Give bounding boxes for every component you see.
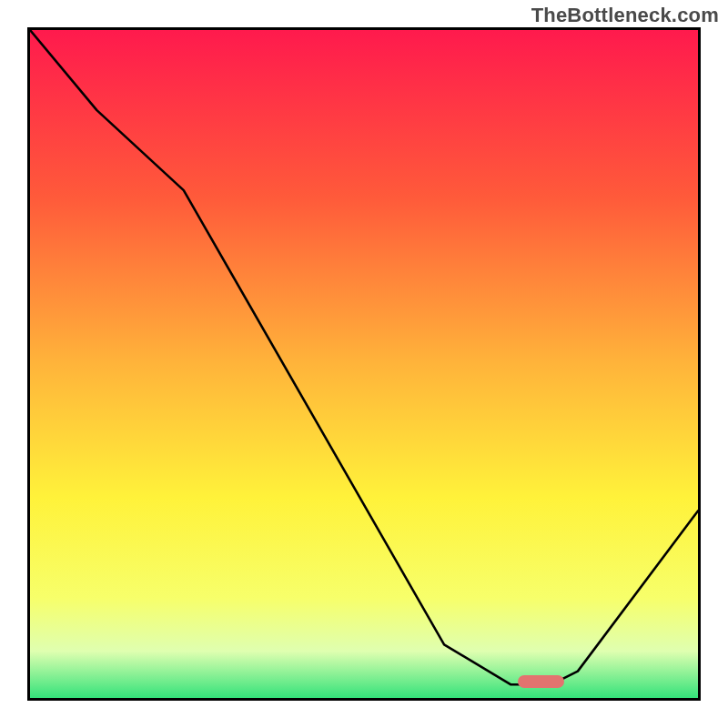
watermark-text: TheBottleneck.com xyxy=(531,4,719,27)
bottleneck-curve xyxy=(30,30,698,698)
optimal-range-marker xyxy=(518,675,564,688)
chart-container: TheBottleneck.com xyxy=(0,0,728,728)
plot-area xyxy=(27,27,701,701)
